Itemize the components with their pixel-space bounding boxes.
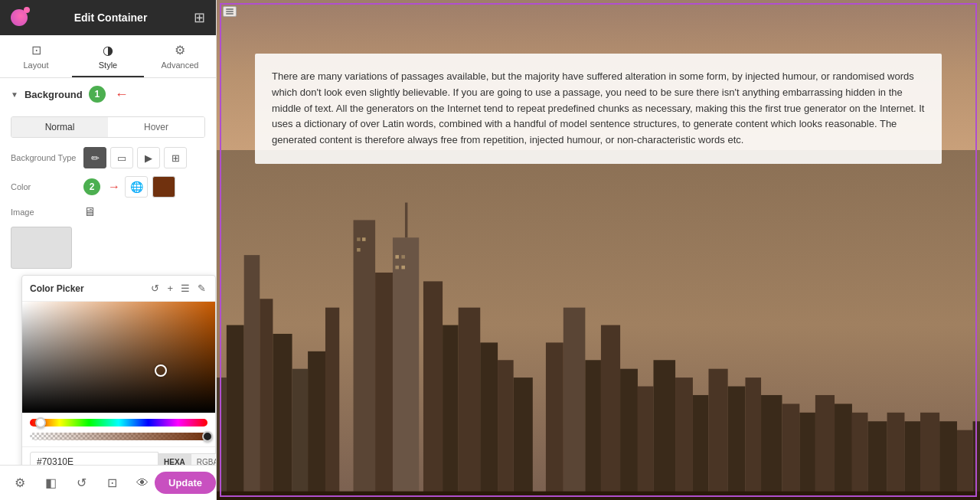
hex-input[interactable]	[30, 452, 158, 465]
svg-rect-33	[782, 404, 799, 500]
svg-rect-43	[957, 430, 973, 500]
bg-type-solid[interactable]: ✏	[83, 147, 106, 168]
update-button[interactable]: Update	[155, 472, 216, 494]
city-skyline-svg	[217, 150, 980, 500]
background-section-header[interactable]: ▼ Background 1 ←	[0, 78, 216, 110]
svg-rect-11	[375, 273, 393, 500]
color-global-btn[interactable]: 🌐	[125, 176, 148, 198]
tab-advanced[interactable]: ⚙ Advanced	[144, 35, 216, 77]
normal-toggle[interactable]: Normal	[11, 117, 108, 137]
svg-rect-53	[401, 266, 405, 270]
cp-reset-btn[interactable]: ↺	[149, 281, 161, 296]
svg-rect-26	[653, 360, 675, 500]
svg-rect-12	[393, 237, 419, 500]
color-gradient-canvas[interactable]	[22, 302, 215, 413]
content-paragraph: There are many variations of passages av…	[272, 69, 925, 149]
panel-title: Edit Container	[74, 11, 148, 24]
svg-rect-2	[217, 377, 227, 500]
step1-arrow: ←	[115, 87, 129, 103]
cp-add-btn[interactable]: +	[165, 281, 175, 296]
svg-rect-17	[480, 342, 498, 500]
hover-toggle[interactable]: Hover	[108, 117, 204, 137]
tab-layout-label: Layout	[23, 60, 48, 70]
svg-rect-39	[887, 413, 905, 500]
toolbar-history-btn[interactable]: ↺	[69, 471, 93, 495]
toolbar-settings-btn[interactable]: ⚙	[8, 471, 32, 495]
step-badge-2: 2	[83, 178, 100, 195]
bg-type-slideshow[interactable]: ⊞	[164, 147, 187, 168]
cp-list-btn[interactable]: ☰	[179, 281, 191, 296]
svg-rect-54	[226, 8, 234, 10]
color-label: Color	[11, 182, 83, 191]
tab-style-label: Style	[99, 60, 117, 70]
hue-slider[interactable]	[30, 419, 207, 426]
svg-rect-19	[514, 377, 533, 500]
svg-rect-23	[601, 325, 620, 500]
background-arrow: ▼	[11, 90, 18, 99]
svg-rect-10	[354, 220, 376, 500]
svg-rect-40	[904, 421, 920, 500]
svg-rect-22	[585, 360, 601, 500]
image-label: Image	[11, 208, 83, 217]
svg-rect-56	[226, 13, 234, 15]
bg-type-video[interactable]: ▶	[137, 147, 160, 168]
selection-handle	[223, 6, 237, 17]
cp-edit-btn[interactable]: ✎	[196, 281, 207, 296]
svg-rect-29	[708, 369, 727, 500]
color-picker-actions: ↺ + ☰ ✎	[149, 281, 207, 296]
alpha-slider[interactable]	[30, 433, 207, 440]
svg-rect-55	[226, 11, 234, 12]
svg-rect-28	[693, 395, 709, 500]
svg-rect-31	[745, 377, 761, 500]
svg-rect-41	[920, 413, 939, 500]
svg-rect-52	[395, 266, 399, 270]
svg-rect-16	[459, 308, 481, 500]
mode-hexa[interactable]: HEXA	[158, 453, 191, 466]
image-row: Image 🖥	[11, 205, 205, 219]
svg-rect-49	[357, 248, 361, 252]
toolbar-responsive-btn[interactable]: ⊡	[100, 471, 124, 495]
svg-rect-38	[867, 421, 887, 500]
step2-arrow: →	[108, 180, 120, 194]
color-swatch[interactable]	[152, 176, 175, 198]
svg-rect-6	[273, 334, 292, 500]
toolbar-preview-btn[interactable]: 👁	[130, 471, 155, 495]
svg-rect-35	[815, 395, 835, 500]
svg-rect-48	[362, 237, 366, 241]
toolbar-layers-btn[interactable]: ◧	[38, 471, 63, 495]
alpha-slider-container	[22, 430, 215, 446]
grid-icon[interactable]: ⊞	[194, 9, 205, 26]
panel-content: ▼ Background 1 ← Normal Hover Background…	[0, 78, 216, 465]
style-icon: ◑	[103, 43, 113, 57]
svg-rect-24	[620, 369, 638, 500]
svg-rect-27	[675, 377, 693, 500]
app-logo	[11, 9, 28, 26]
hue-thumb	[35, 417, 46, 428]
svg-rect-7	[292, 369, 309, 500]
svg-rect-34	[799, 413, 815, 500]
color-mode-btns: HEXA RGBA HSLA	[158, 453, 216, 466]
color-picker: Color Picker ↺ + ☰ ✎	[21, 275, 216, 465]
left-panel: Edit Container ⊞ ⊡ Layout ◑ Style ⚙ Adva…	[0, 0, 217, 500]
svg-rect-50	[395, 255, 399, 259]
image-monitor-icon[interactable]: 🖥	[83, 205, 96, 219]
layout-icon: ⊡	[31, 43, 41, 57]
svg-rect-9	[325, 308, 339, 500]
svg-rect-32	[761, 395, 782, 500]
tab-layout[interactable]: ⊡ Layout	[0, 35, 72, 77]
tab-style[interactable]: ◑ Style	[72, 35, 144, 77]
advanced-icon: ⚙	[175, 43, 185, 57]
panel-header: Edit Container ⊞	[0, 0, 216, 35]
svg-rect-46	[217, 492, 980, 500]
svg-rect-13	[405, 202, 407, 237]
svg-rect-42	[939, 421, 957, 500]
gradient-cursor	[155, 364, 167, 377]
svg-rect-8	[308, 351, 325, 500]
mode-rgba[interactable]: RGBA	[191, 453, 216, 466]
panel-tabs: ⊡ Layout ◑ Style ⚙ Advanced	[0, 35, 216, 78]
bg-type-gradient[interactable]: ▭	[110, 147, 133, 168]
toolbar-left: ⚙ ◧ ↺ ⊡ 👁	[8, 471, 155, 495]
svg-rect-3	[227, 325, 244, 500]
color-controls: 2 → 🌐	[83, 176, 175, 198]
content-text-box: There are many variations of passages av…	[255, 54, 942, 164]
